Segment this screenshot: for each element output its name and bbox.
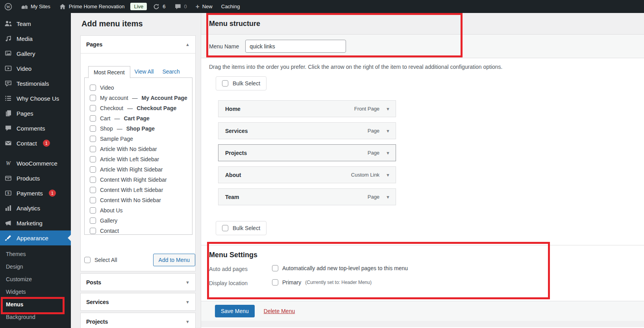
selectall-row: Select All Add to Menu (84, 254, 195, 266)
caching-menu[interactable]: Caching (217, 0, 244, 13)
bulk-select-checkbox[interactable] (222, 225, 228, 231)
accordion-posts[interactable]: Posts▼ (80, 273, 196, 291)
sidebar-item-appearance[interactable]: Appearance (0, 230, 71, 245)
sidebar-item-contact[interactable]: Contact1 (0, 136, 71, 151)
chevron-down-icon[interactable]: ▼ (386, 173, 390, 177)
chevron-down-icon[interactable]: ▼ (386, 107, 390, 111)
menu-item-services[interactable]: ServicesPage▼ (218, 122, 396, 139)
page-checkbox-item[interactable]: Article With Right Sidebar (90, 164, 192, 175)
page-checkbox-item[interactable]: Gallery (90, 216, 192, 226)
my-sites-menu[interactable]: My Sites (17, 0, 55, 13)
sidebar-item-team[interactable]: Team (0, 16, 71, 31)
menu-name-input[interactable] (245, 40, 346, 53)
sidebar-item-gallery[interactable]: Gallery (0, 46, 71, 61)
accordion-projects[interactable]: Projects▼ (80, 313, 196, 328)
select-all-checkbox[interactable] (84, 257, 91, 263)
sidebar-item-background[interactable]: Background (0, 311, 71, 323)
settings-option-auto-add-pages[interactable]: Automatically add new top-level pages to… (272, 265, 408, 271)
chevron-down-icon[interactable]: ▼ (386, 195, 390, 199)
page-checkbox-item[interactable]: Shop — Shop Page (90, 123, 192, 134)
sidebar-item-woocommerce[interactable]: WWooCommerce (0, 156, 71, 171)
checkbox[interactable] (90, 125, 96, 132)
chevron-down-icon[interactable]: ▼ (386, 151, 390, 155)
sidebar-item-pages[interactable]: Pages (0, 106, 71, 121)
checkbox[interactable] (90, 136, 96, 142)
settings-option-display-location[interactable]: Primary(Currently set to: Header Menu) (272, 279, 372, 286)
sidebar-item-menus[interactable]: Menus (0, 298, 71, 311)
tab-search[interactable]: Search (158, 66, 184, 77)
sidebar-item-themes[interactable]: Themes (0, 248, 71, 260)
select-all-label: Select All (94, 257, 117, 263)
sidebar-item-analytics[interactable]: Analytics (0, 201, 71, 216)
pages-metabox-header[interactable]: Pages ▲ (81, 36, 195, 53)
sidebar-item-widgets[interactable]: Widgets (0, 286, 71, 298)
page-checkbox-item[interactable]: Content With Left Sidebar (90, 185, 192, 195)
page-checkbox-item[interactable]: Content With No Sidebar (90, 195, 192, 205)
accordion-services[interactable]: Services▼ (80, 293, 196, 311)
page-checkbox-item[interactable]: Checkout — Checkout Page (90, 103, 192, 113)
page-item-label: Article With No Sidebar (100, 146, 157, 152)
checkbox[interactable] (90, 85, 96, 91)
sidebar-item-comments[interactable]: Comments (0, 121, 71, 136)
page-checkbox-item[interactable]: About Us (90, 205, 192, 216)
sidebar-item-video[interactable]: Video (0, 61, 71, 76)
delete-menu-link[interactable]: Delete Menu (264, 308, 295, 314)
sidebar-item-design[interactable]: Design (0, 260, 71, 273)
checkbox[interactable] (90, 187, 96, 193)
site-menu[interactable]: Prime Home Renovation (55, 0, 129, 13)
add-to-menu-button[interactable]: Add to Menu (153, 254, 195, 266)
sidebar-item-payments[interactable]: $Payments1 (0, 186, 71, 201)
sidebar-item-why-choose-us[interactable]: Why Choose Us (0, 91, 71, 106)
checkbox[interactable] (90, 105, 96, 111)
save-menu-button[interactable]: Save Menu (215, 305, 255, 317)
sidebar-item-testimonials[interactable]: Testimonials (0, 76, 71, 91)
checkbox[interactable] (272, 279, 278, 286)
menu-item-type: Page (368, 128, 379, 134)
menu-item-projects[interactable]: ProjectsPage▼ (218, 144, 396, 161)
menu-item-team[interactable]: TeamPage▼ (218, 188, 396, 205)
checkbox[interactable] (90, 197, 96, 203)
checkbox[interactable] (90, 156, 96, 162)
tab-view-all[interactable]: View All (130, 66, 158, 77)
page-checkbox-item[interactable]: Article With No Sidebar (90, 144, 192, 154)
chevron-down-icon[interactable]: ▼ (386, 129, 390, 133)
page-checkbox-item[interactable]: Cart — Cart Page (90, 113, 192, 123)
page-checkbox-item[interactable]: Content With Right Sidebar (90, 175, 192, 185)
menu-item-about[interactable]: AboutCustom Link▼ (218, 166, 396, 183)
bulk-select-bottom[interactable]: Bulk Select (216, 221, 266, 235)
bulk-select-top[interactable]: Bulk Select (216, 76, 266, 90)
checkbox[interactable] (272, 265, 278, 271)
products-icon (4, 174, 12, 182)
tab-most-recent[interactable]: Most Recent (88, 66, 130, 78)
page-checkbox-item[interactable]: Sample Page (90, 134, 192, 144)
page-checkbox-item[interactable]: Article With Left Sidebar (90, 154, 192, 164)
checkbox[interactable] (90, 95, 96, 101)
checkbox[interactable] (90, 207, 96, 214)
checkbox[interactable] (90, 177, 96, 183)
comments-menu[interactable]: 0 (170, 0, 191, 13)
wordpress-logo[interactable]: W (0, 0, 17, 13)
checkbox[interactable] (90, 228, 96, 234)
menu-item-label: Projects (225, 150, 247, 156)
settings-divider (201, 245, 644, 245)
page-checkbox-item[interactable]: Contact (90, 226, 192, 235)
comments-count: 0 (184, 4, 187, 9)
chevron-up-icon[interactable]: ▲ (185, 42, 190, 47)
page-checkbox-item[interactable]: My account — My Account Page (90, 93, 192, 103)
bulk-select-checkbox[interactable] (222, 80, 228, 87)
page-checkbox-item[interactable]: Video (90, 83, 192, 93)
menu-item-home[interactable]: HomeFront Page▼ (218, 100, 396, 117)
select-all-option[interactable]: Select All (84, 257, 117, 263)
updates-menu[interactable]: 6 (148, 0, 170, 13)
my-sites-label: My Sites (31, 4, 50, 9)
checkbox[interactable] (90, 115, 96, 122)
checkbox[interactable] (90, 217, 96, 224)
site-name: Prime Home Renovation (69, 4, 125, 9)
checkbox[interactable] (90, 146, 96, 152)
sidebar-item-marketing[interactable]: Marketing (0, 216, 71, 230)
new-content-menu[interactable]: + New (191, 0, 217, 13)
checkbox[interactable] (90, 166, 96, 173)
sidebar-item-products[interactable]: Products (0, 171, 71, 186)
sidebar-item-customize[interactable]: Customize (0, 273, 71, 286)
sidebar-item-media[interactable]: Media (0, 31, 71, 46)
